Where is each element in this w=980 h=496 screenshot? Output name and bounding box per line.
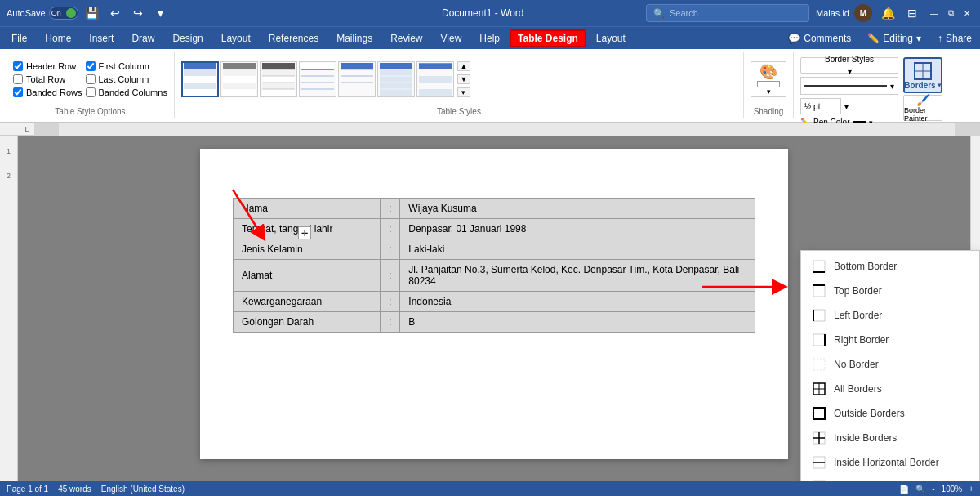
- language: English (United States): [101, 485, 185, 494]
- border-width-input[interactable]: ½ pt: [800, 98, 841, 114]
- style-sample-3[interactable]: [260, 61, 297, 97]
- style-sample-1[interactable]: [181, 61, 219, 97]
- minimize-button[interactable]: —: [928, 7, 941, 20]
- menu-file[interactable]: File: [3, 29, 35, 47]
- label-cell: Kewarganegaraan: [234, 292, 381, 312]
- style-sample-6[interactable]: [377, 61, 415, 97]
- banded-rows-input[interactable]: [13, 87, 23, 97]
- title-right: 🔍 Malas.id M 🔔 ⊟ — ⧉ ✕: [646, 4, 973, 22]
- menu-design[interactable]: Design: [164, 29, 211, 47]
- banded-columns-input[interactable]: [86, 87, 96, 97]
- dropdown-item-all-borders[interactable]: All Borders: [801, 377, 979, 401]
- menu-home[interactable]: Home: [37, 29, 79, 47]
- svg-line-41: [233, 190, 261, 235]
- inside-v-border-icon: [811, 479, 827, 481]
- style-sample-2[interactable]: [220, 61, 258, 97]
- borders-group: Border Styles▾ ▾ ½ pt ▾ ✏️ Pen Co: [794, 52, 973, 118]
- menu-view[interactable]: View: [433, 29, 470, 47]
- comments-button[interactable]: 💬Comments: [783, 31, 856, 46]
- outside-borders-icon: [811, 405, 827, 422]
- dropdown-item-inside-v-border[interactable]: Inside Vertical Border: [801, 475, 979, 481]
- last-column-input[interactable]: [86, 74, 96, 84]
- svg-rect-12: [262, 76, 295, 83]
- search-box[interactable]: 🔍: [646, 4, 809, 22]
- style-scroll-more[interactable]: ▾: [457, 87, 470, 97]
- border-line-row[interactable]: ▾: [800, 77, 898, 95]
- title-bar: AutoSave On 💾 ↩ ↪ ▾ Document1 - Word 🔍 M…: [0, 0, 980, 26]
- redo-icon[interactable]: ↪: [129, 4, 147, 22]
- svg-rect-10: [262, 63, 295, 69]
- no-border-icon: [811, 356, 827, 373]
- dropdown-item-bottom-border[interactable]: Bottom Border: [801, 254, 979, 279]
- banded-rows-checkbox[interactable]: Banded Rows: [13, 87, 82, 97]
- first-column-input[interactable]: [86, 61, 96, 71]
- view-mode-icon[interactable]: 📄: [899, 485, 909, 494]
- avatar: M: [854, 4, 872, 22]
- value-cell: Wijaya Kusuma: [400, 199, 755, 219]
- menu-insert[interactable]: Insert: [81, 29, 122, 47]
- restore-button[interactable]: ⧉: [944, 7, 957, 20]
- menu-review[interactable]: Review: [382, 29, 430, 47]
- svg-rect-19: [301, 63, 334, 69]
- table-row: Jenis Kelamin : Laki-laki: [234, 239, 755, 260]
- total-row-input[interactable]: [13, 74, 23, 84]
- sep-cell: :: [381, 292, 400, 312]
- undo-icon[interactable]: ↩: [106, 4, 124, 22]
- style-sample-4[interactable]: [299, 61, 336, 97]
- total-row-checkbox[interactable]: Total Row: [13, 74, 82, 84]
- banded-columns-checkbox[interactable]: Banded Columns: [86, 87, 167, 97]
- border-painter-button[interactable]: 🖌️ Border Painter: [903, 95, 942, 121]
- last-column-checkbox[interactable]: Last Column: [86, 74, 167, 84]
- borders-dropdown-trigger[interactable]: Borders ▾: [904, 81, 941, 90]
- share-button[interactable]: ↑Share: [933, 31, 977, 46]
- header-row-checkbox[interactable]: Header Row: [13, 61, 82, 71]
- svg-rect-8: [223, 83, 256, 89]
- dropdown-item-right-border[interactable]: Right Border: [801, 328, 979, 352]
- style-scroll-up[interactable]: ▲: [457, 61, 470, 71]
- close-button[interactable]: ✕: [960, 7, 973, 20]
- status-bar: Page 1 of 1 45 words English (United Sta…: [0, 481, 980, 496]
- shading-button[interactable]: 🎨 ▾: [751, 61, 786, 97]
- dropdown-item-outside-borders[interactable]: Outside Borders: [801, 401, 979, 426]
- menu-help[interactable]: Help: [471, 29, 508, 47]
- style-scroll-down[interactable]: ▼: [457, 74, 470, 84]
- svg-rect-6: [223, 69, 256, 76]
- border-styles-button[interactable]: Border Styles▾: [800, 57, 898, 74]
- menu-table-design[interactable]: Table Design: [510, 29, 586, 47]
- autosave-toggle[interactable]: On: [49, 7, 78, 20]
- svg-rect-51: [813, 359, 825, 370]
- editing-button[interactable]: ✏️Editing▾: [862, 31, 926, 46]
- ribbon-toggle-icon[interactable]: ⊟: [903, 4, 921, 22]
- header-row-input[interactable]: [13, 61, 23, 71]
- zoom-in-button[interactable]: +: [969, 485, 973, 494]
- svg-rect-29: [380, 63, 412, 69]
- value-cell: B: [400, 312, 755, 333]
- dropdown-item-inside-borders[interactable]: Inside Borders: [801, 426, 979, 450]
- menu-draw[interactable]: Draw: [123, 29, 163, 47]
- dropdown-item-inside-h-border[interactable]: Inside Horizontal Border: [801, 450, 979, 475]
- dropdown-item-no-border[interactable]: No Border: [801, 352, 979, 377]
- table-move-handle[interactable]: ✛: [298, 226, 311, 239]
- table-style-options-group: Header Row Total Row Banded Rows First C…: [7, 52, 175, 118]
- menu-layout-table[interactable]: Layout: [588, 29, 634, 47]
- zoom-out-button[interactable]: -: [932, 485, 934, 494]
- dropdown-item-top-border[interactable]: Top Border: [801, 279, 979, 303]
- table-row: Kewarganegaraan : Indonesia: [234, 292, 755, 312]
- inside-borders-icon: [811, 430, 827, 446]
- borders-button[interactable]: Borders ▾: [903, 57, 942, 93]
- notification-icon[interactable]: 🔔: [879, 4, 897, 22]
- save-icon[interactable]: 💾: [83, 4, 101, 22]
- first-column-checkbox[interactable]: First Column: [86, 61, 167, 71]
- dropdown-item-left-border[interactable]: Left Border: [801, 303, 979, 328]
- menu-layout[interactable]: Layout: [213, 29, 259, 47]
- table-styles-group: ▲ ▼ ▾ Table Styles: [175, 52, 744, 118]
- more-tools-icon[interactable]: ▾: [152, 4, 170, 22]
- menu-references[interactable]: References: [261, 29, 327, 47]
- svg-rect-1: [184, 69, 216, 76]
- all-borders-icon: [811, 381, 827, 397]
- focus-mode-icon[interactable]: 🔍: [915, 485, 925, 494]
- menu-mailings[interactable]: Mailings: [328, 29, 381, 47]
- search-input[interactable]: [670, 8, 800, 18]
- style-sample-7[interactable]: [416, 61, 454, 97]
- style-sample-5[interactable]: [338, 61, 376, 97]
